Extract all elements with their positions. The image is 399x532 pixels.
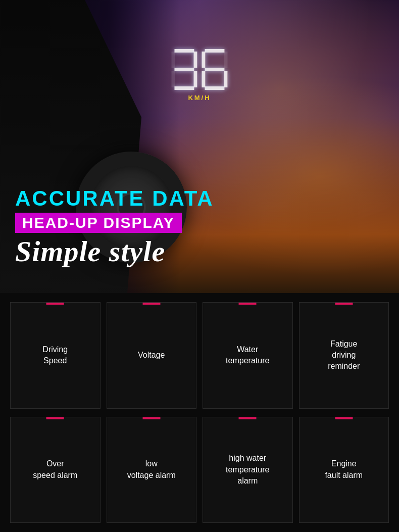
card-water-temperature: Watertemperature [203,302,293,409]
card-driving-speed: DrivingSpeed [10,302,101,409]
speed-unit: KM/H [171,94,229,102]
seg [194,71,197,87]
hud-speed-display: KM/H [171,48,229,102]
card-high-water-temp-alarm: high watertemperaturealarm [203,417,293,523]
hero-section: KM/H ACCURATE DATA HEAD-UP DISPLAY Simpl… [0,0,399,293]
seg [205,49,225,53]
card-over-speed-alarm: Overspeed alarm [10,417,101,523]
seg [224,71,228,87]
speed-digit-6 [201,48,229,91]
cards-section: DrivingSpeed Voltage Watertemperature Fa… [0,293,399,532]
seg [202,71,206,87]
accurate-data-text: ACCURATE DATA [15,187,214,210]
page-wrapper: KM/H ACCURATE DATA HEAD-UP DISPLAY Simpl… [0,0,399,532]
head-up-display-text: HEAD-UP DISPLAY [15,213,182,233]
speed-digit-3 [171,48,198,91]
seg [175,86,194,90]
seg [194,52,197,68]
card-voltage: Voltage [107,302,197,409]
card-fatigue-driving: Fatiguedrivingreminder [299,302,389,409]
seg [202,52,206,68]
simple-style-text: Simple style [15,235,214,268]
seg [172,71,175,87]
features-row-1: DrivingSpeed Voltage Watertemperature Fa… [10,302,389,409]
card-label-high-water-temp-alarm: high watertemperaturealarm [226,453,269,487]
card-label-over-speed-alarm: Overspeed alarm [33,458,77,481]
card-label-low-voltage-alarm: lowvoltage alarm [127,458,176,481]
card-label-engine-fault-alarm: Enginefault alarm [325,458,363,481]
card-label-water-temperature: Watertemperature [226,344,269,367]
card-low-voltage-alarm: lowvoltage alarm [107,417,197,523]
seg [175,49,194,53]
seg [172,52,175,68]
seg [175,68,194,71]
seg [224,52,228,68]
features-row-2: Overspeed alarm lowvoltage alarm high wa… [10,417,389,523]
seg [205,86,225,90]
speed-digits [171,48,229,91]
text-section: ACCURATE DATA HEAD-UP DISPLAY Simple sty… [15,187,214,268]
seg [205,68,225,71]
card-label-driving-speed: DrivingSpeed [42,344,68,367]
card-engine-fault-alarm: Enginefault alarm [299,417,389,523]
card-label-fatigue-driving: Fatiguedrivingreminder [328,338,360,372]
card-label-voltage: Voltage [138,350,165,361]
